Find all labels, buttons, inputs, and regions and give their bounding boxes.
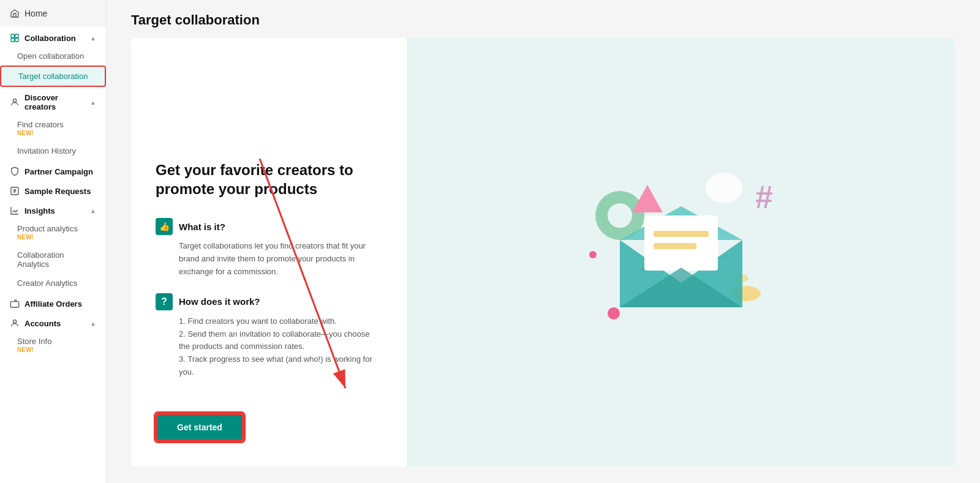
envelope-svg (614, 203, 748, 313)
insights-label: Insights (24, 206, 55, 215)
feature-how-desc: 1. Find creators you want to collaborate… (156, 315, 382, 379)
thumbs-up-icon: 👍 (156, 218, 173, 235)
left-panel: Get your favorite creators to promote yo… (131, 38, 407, 466)
feature-what-title: What is it? (179, 222, 225, 232)
feature-how-title: How does it work? (179, 296, 260, 307)
get-started-button[interactable]: Get started (156, 413, 244, 441)
sidebar-section-partner[interactable]: Partner Campaign (0, 160, 106, 180)
illustration: # ✦ ✦ (583, 154, 779, 350)
sidebar-item-product-analytics[interactable]: Product analytics NEW! (0, 219, 106, 245)
affiliate-icon (10, 299, 20, 309)
sidebar-item-target-collaboration[interactable]: Target collaboration (0, 66, 106, 87)
svg-rect-6 (10, 302, 18, 307)
product-analytics-badge: NEW! (17, 234, 78, 241)
deco-dot-pink2 (589, 251, 597, 258)
envelope-illustration (614, 203, 748, 313)
discover-icon (10, 97, 20, 107)
collaboration-chevron: ▲ (90, 35, 96, 42)
store-info-badge: NEW! (17, 346, 51, 353)
find-creators-badge: NEW! (17, 130, 64, 137)
accounts-label: Accounts (24, 319, 61, 328)
sidebar-section-affiliate[interactable]: Affiliate Orders (0, 293, 106, 312)
page-title: Target collaboration (107, 0, 980, 38)
main-content: Target collaboration Get your favorite c… (107, 0, 980, 483)
svg-point-7 (13, 320, 16, 323)
right-panel: # ✦ ✦ (407, 38, 956, 466)
sidebar-item-open-collaboration[interactable]: Open collaboration (0, 47, 106, 66)
collaboration-section-label: Collaboration (24, 34, 76, 43)
discover-chevron: ▲ (90, 99, 96, 106)
home-label: Home (24, 9, 47, 18)
deco-white-blob (706, 173, 742, 203)
svg-rect-2 (11, 39, 14, 42)
deco-hash-symbol: # (755, 179, 773, 215)
accounts-chevron: ▲ (90, 320, 96, 327)
sidebar-section-collaboration[interactable]: Collaboration ▲ (0, 27, 106, 47)
sidebar-item-creator-analytics[interactable]: Creator Analytics (0, 274, 106, 293)
insights-icon (10, 206, 20, 215)
svg-rect-12 (654, 243, 696, 249)
sidebar-item-store-info[interactable]: Store Info NEW! (0, 332, 106, 358)
panel-title: Get your favorite creators to promote yo… (156, 160, 382, 198)
partner-icon (10, 167, 20, 176)
sample-label: Sample Requests (24, 187, 91, 196)
feature-what-header: 👍 What is it? (156, 218, 382, 235)
feature-how-it-works: ? How does it work? 1. Find creators you… (156, 293, 382, 379)
sidebar-item-find-creators[interactable]: Find creators NEW! (0, 115, 106, 141)
sidebar-section-discover[interactable]: Discover creators ▲ (0, 87, 106, 115)
svg-rect-0 (11, 34, 14, 37)
question-icon: ? (156, 293, 173, 310)
svg-rect-3 (15, 39, 18, 42)
accounts-icon (10, 318, 20, 328)
feature-how-header: ? How does it work? (156, 293, 382, 310)
content-area: Get your favorite creators to promote yo… (107, 38, 980, 483)
affiliate-label: Affiliate Orders (24, 299, 82, 309)
sidebar-section-insights[interactable]: Insights ▲ (0, 200, 106, 219)
sample-icon (10, 186, 20, 196)
home-icon (10, 9, 20, 18)
discover-section-label: Discover creators (24, 93, 90, 111)
sidebar: Home Collaboration ▲ Open collaboration … (0, 0, 107, 483)
partner-label: Partner Campaign (24, 167, 93, 176)
insights-chevron: ▲ (90, 208, 96, 214)
collaboration-icon (10, 33, 20, 43)
sidebar-item-home[interactable]: Home (0, 0, 106, 27)
svg-rect-1 (15, 34, 18, 37)
svg-point-4 (13, 99, 16, 102)
sidebar-section-sample[interactable]: Sample Requests (0, 180, 106, 200)
sidebar-item-invitation-history[interactable]: Invitation History (0, 141, 106, 160)
feature-what-is-it: 👍 What is it? Target collaborations let … (156, 218, 382, 278)
svg-rect-11 (654, 231, 709, 237)
feature-what-desc: Target collaborations let you find creat… (156, 240, 382, 278)
sidebar-section-accounts[interactable]: Accounts ▲ (0, 312, 106, 332)
sidebar-item-collaboration-analytics[interactable]: Collaboration Analytics (0, 245, 106, 274)
